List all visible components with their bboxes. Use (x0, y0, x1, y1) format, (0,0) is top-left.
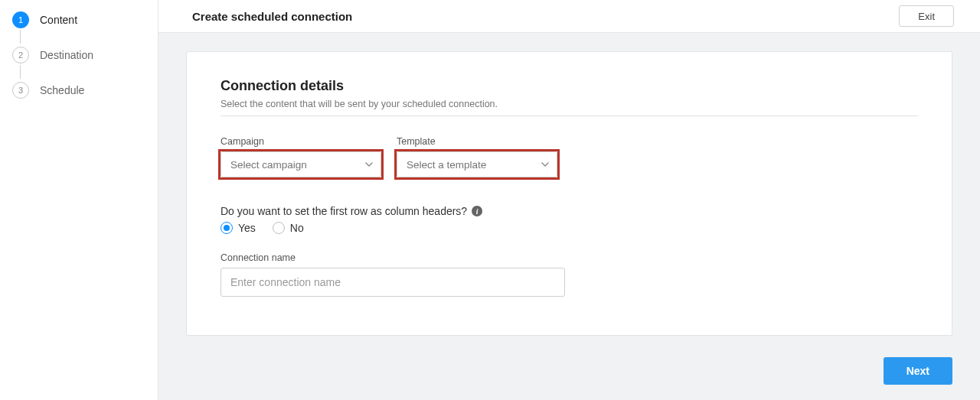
header-question: Do you want to set the first row as colu… (220, 205, 467, 217)
wizard-sidebar: 1 Content 2 Destination 3 Schedule (0, 0, 158, 400)
radio-yes[interactable]: Yes (220, 222, 256, 234)
radio-no-label: No (290, 222, 304, 234)
main-area: Create scheduled connection Exit Connect… (158, 0, 980, 400)
header-question-row: Do you want to set the first row as colu… (220, 205, 918, 217)
radio-circle-icon (273, 222, 285, 234)
step-content[interactable]: 1 Content (12, 9, 145, 31)
divider (220, 115, 918, 116)
template-select[interactable] (397, 151, 557, 177)
step-number-1: 1 (12, 11, 29, 28)
step-number-3: 3 (12, 82, 29, 99)
campaign-field: Campaign (220, 136, 381, 177)
page-title: Create scheduled connection (192, 10, 352, 23)
template-label: Template (397, 136, 557, 147)
campaign-select-wrap (220, 151, 381, 177)
info-icon[interactable]: i (472, 206, 482, 216)
campaign-select[interactable] (220, 151, 381, 177)
connection-name-input[interactable] (220, 268, 565, 297)
step-schedule[interactable]: 3 Schedule (12, 80, 145, 101)
step-label: Destination (40, 49, 93, 61)
step-label: Schedule (40, 84, 84, 96)
campaign-label: Campaign (220, 136, 381, 147)
radio-dot-icon (220, 222, 233, 234)
step-number-2: 2 (12, 47, 29, 63)
radio-yes-label: Yes (238, 222, 256, 234)
exit-button[interactable]: Exit (899, 5, 954, 27)
connection-name-label: Connection name (220, 252, 918, 263)
next-button[interactable]: Next (884, 357, 952, 385)
template-field: Template (397, 136, 557, 177)
connection-name-field: Connection name (220, 252, 918, 297)
header-radio-group: Yes No (220, 222, 918, 234)
step-label: Content (40, 14, 77, 26)
step-destination[interactable]: 2 Destination (12, 44, 145, 66)
section-subtitle: Select the content that will be sent by … (220, 99, 918, 109)
connection-details-card: Connection details Select the content th… (186, 51, 952, 336)
radio-no[interactable]: No (273, 222, 304, 234)
template-select-wrap (397, 151, 557, 177)
content-area: Connection details Select the content th… (158, 33, 980, 400)
topbar: Create scheduled connection Exit (158, 0, 980, 33)
footer: Next (884, 357, 952, 385)
section-title: Connection details (220, 78, 918, 94)
